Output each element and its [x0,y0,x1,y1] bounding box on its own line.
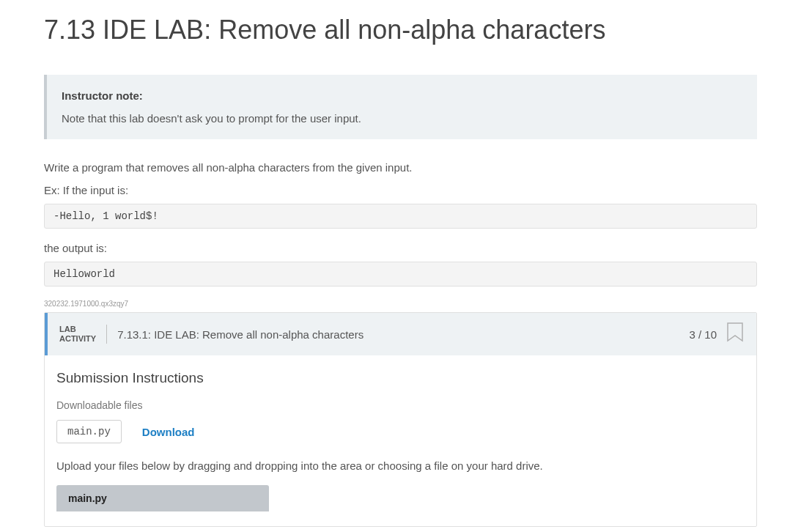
example-output-label: the output is: [44,242,757,254]
upload-file-tab[interactable]: main.py [56,485,269,511]
file-name-chip: main.py [56,420,122,443]
file-row: main.py Download [56,420,745,443]
lab-header: LAB ACTIVITY 7.13.1: IDE LAB: Remove all… [45,313,756,355]
example-input-label: Ex: If the input is: [44,184,757,196]
downloadable-files-label: Downloadable files [56,399,745,411]
instructor-note-box: Instructor note: Note that this lab does… [44,75,757,139]
lab-score: 3 / 10 [689,328,717,341]
bookmark-icon[interactable] [726,322,745,347]
download-link[interactable]: Download [142,426,195,438]
example-output-code: Helloworld [44,262,757,287]
instructor-note-title: Instructor note: [62,89,742,102]
page-title: 7.13 IDE LAB: Remove all non-alpha chara… [44,15,757,45]
lab-activity-tag: LAB ACTIVITY [59,325,107,344]
submission-heading: Submission Instructions [56,370,745,386]
instructor-note-body: Note that this lab doesn't ask you to pr… [62,112,742,125]
problem-description: Write a program that removes all non-alp… [44,161,757,174]
lab-activity-panel: LAB ACTIVITY 7.13.1: IDE LAB: Remove all… [44,312,757,527]
lab-body: Submission Instructions Downloadable fil… [45,355,756,526]
example-input-code: -Hello, 1 world$! [44,204,757,229]
activity-id: 320232.1971000.qx3zqy7 [44,300,757,308]
lab-activity-title: 7.13.1: IDE LAB: Remove all non-alpha ch… [117,328,689,341]
upload-instructions: Upload your files below by dragging and … [56,459,745,472]
